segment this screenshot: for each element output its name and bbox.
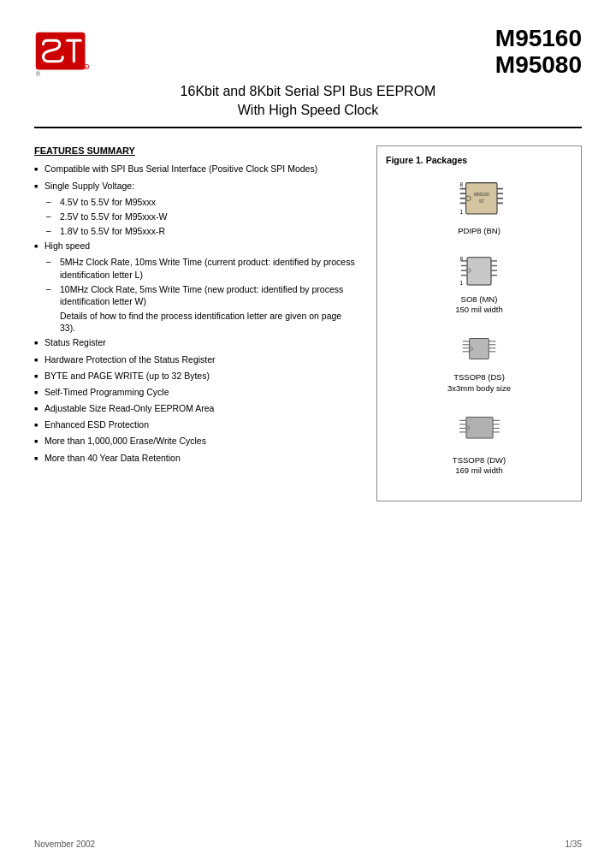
dash-icon: – [46, 256, 60, 268]
bullet-icon: ■ [34, 454, 44, 462]
sub-text: 10MHz Clock Rate, 5ms Write Time (new pr… [60, 283, 359, 307]
sub-text: 1.8V to 5.5V for M95xxx-R [60, 225, 359, 237]
feature-text: Adjustable Size Read-Only EEPROM Area [44, 402, 359, 414]
dash-icon: – [46, 196, 60, 208]
sub-item: – 5MHz Clock Rate, 10ms Write Time (curr… [46, 256, 359, 280]
pdip8-chip-icon: 8 1 [449, 175, 509, 222]
tssop8-dw-label-line2: 169 mil width [455, 466, 502, 475]
dash-icon: – [46, 225, 60, 237]
feature-item: ■ Adjustable Size Read-Only EEPROM Area [34, 402, 359, 414]
package-label: TSSOP8 (DW) 169 mil width [453, 455, 506, 477]
tssop8-ds-label-line1: TSSOP8 (DS) [453, 372, 505, 382]
feature-text: Compatible with SPI Bus Serial Interface… [44, 163, 359, 175]
svg-text:1: 1 [460, 280, 464, 286]
feature-text: Single Supply Voltage: [44, 180, 359, 192]
feature-text: Hardware Protection of the Status Regist… [44, 353, 359, 365]
header-divider [34, 127, 582, 128]
svg-rect-30 [465, 417, 492, 438]
bullet-icon: ■ [34, 339, 44, 347]
feature-item: ■ More than 40 Year Data Retention [34, 452, 359, 464]
main-content: FEATURES SUMMARY ■ Compatible with SPI B… [34, 145, 582, 501]
bullet-icon: ■ [34, 437, 44, 445]
figure-section: Figure 1. Packages 8 1 [376, 145, 582, 501]
feature-text: More than 1,000,000 Erase/Write Cycles [44, 435, 359, 447]
feature-item: ■ Single Supply Voltage: [34, 180, 359, 192]
note-item: Details of how to find the process ident… [60, 310, 359, 334]
tssop8-ds-chip-icon [453, 330, 505, 369]
footer: November 2002 1/35 [34, 839, 582, 849]
feature-item: ■ BYTE and PAGE WRITE (up to 32 Bytes) [34, 370, 359, 382]
tssop8-ds-label-line2: 3x3mm body size [447, 383, 511, 393]
feature-item: ■ Compatible with SPI Bus Serial Interfa… [34, 163, 359, 175]
bullet-icon: ■ [34, 405, 44, 412]
feature-item: ■ Enhanced ESD Protection [34, 418, 359, 430]
package-so8: 8 1 [386, 252, 572, 316]
package-label: TSSOP8 (DS) 3x3mm body size [447, 372, 511, 394]
svg-rect-0 [36, 33, 86, 70]
feature-text: Self-Timed Programming Cycle [44, 386, 359, 398]
svg-text:M95160: M95160 [474, 193, 489, 197]
bullet-icon: ■ [34, 165, 44, 173]
sub-text: 2.5V to 5.5V for M95xxx-W [60, 211, 359, 222]
tssop8-dw-label-line1: TSSOP8 (DW) [453, 455, 506, 465]
title-block: M95160 M95080 [495, 26, 582, 79]
feature-text: More than 40 Year Data Retention [44, 452, 359, 464]
feature-text: Status Register [44, 336, 359, 348]
sub-text: 4.5V to 5.5V for M95xxx [60, 196, 359, 208]
page: R ® M95160 M95080 16Kbit and 8Kbit Seria… [0, 0, 616, 866]
feature-item: ■ Hardware Protection of the Status Regi… [34, 353, 359, 365]
feature-text: Enhanced ESD Protection [44, 418, 359, 430]
so8-chip-icon: 8 1 [449, 252, 509, 291]
dash-icon: – [46, 283, 60, 295]
subtitle: 16Kbit and 8Kbit Serial SPI Bus EEPROM W… [34, 82, 582, 121]
figure-title: Figure 1. Packages [386, 155, 572, 165]
logo: R ® [34, 30, 103, 77]
feature-item: ■ Status Register [34, 336, 359, 348]
bullet-icon: ■ [34, 356, 44, 364]
feature-text: High speed [44, 240, 359, 252]
feature-item: ■ High speed [34, 240, 359, 252]
header: R ® M95160 M95080 [34, 26, 582, 79]
footer-page: 1/35 [566, 839, 582, 849]
package-label: SO8 (MN) 150 mil width [455, 294, 502, 316]
sub-item: – 4.5V to 5.5V for M95xxx [46, 196, 359, 208]
svg-text:ST: ST [479, 200, 484, 205]
sub-item: – 1.8V to 5.5V for M95xxx-R [46, 225, 359, 237]
bullet-icon: ■ [34, 421, 44, 429]
footer-date: November 2002 [34, 839, 95, 849]
bullet-icon: ■ [34, 372, 44, 380]
figure-box: Figure 1. Packages 8 1 [376, 145, 582, 501]
bullet-icon: ■ [34, 242, 44, 250]
features-title: FEATURES SUMMARY [34, 145, 359, 156]
product-title-2: M95080 [495, 52, 582, 79]
svg-text:1: 1 [460, 209, 464, 215]
dash-icon: – [46, 211, 60, 222]
subtitle-line1: 16Kbit and 8Kbit Serial SPI Bus EEPROM [181, 84, 436, 98]
sub-text: 5MHz Clock Rate, 10ms Write Time (curren… [60, 256, 359, 280]
tssop8-dw-chip-icon [452, 409, 507, 452]
so8-label-line2: 150 mil width [455, 305, 502, 314]
pdip8-label: PDIP8 (BN) [458, 226, 500, 235]
package-tssop8-dw: TSSOP8 (DW) 169 mil width [386, 409, 572, 477]
features-section: FEATURES SUMMARY ■ Compatible with SPI B… [34, 145, 359, 501]
feature-text: BYTE and PAGE WRITE (up to 32 Bytes) [44, 370, 359, 382]
bullet-icon: ■ [34, 182, 44, 190]
package-pdip8: 8 1 [386, 175, 572, 236]
bullet-icon: ■ [34, 389, 44, 396]
package-tssop8-ds: TSSOP8 (DS) 3x3mm body size [386, 330, 572, 394]
svg-text:8: 8 [460, 181, 464, 187]
product-title-1: M95160 [495, 26, 582, 52]
so8-label-line1: SO8 (MN) [461, 294, 498, 304]
feature-item: ■ Self-Timed Programming Cycle [34, 386, 359, 398]
subtitle-line2: With High Speed Clock [238, 103, 379, 117]
st-logo-icon: R [34, 30, 94, 73]
package-label: PDIP8 (BN) [458, 226, 500, 236]
sub-item: – 10MHz Clock Rate, 5ms Write Time (new … [46, 283, 359, 307]
sub-item: – 2.5V to 5.5V for M95xxx-W [46, 211, 359, 222]
feature-item: ■ More than 1,000,000 Erase/Write Cycles [34, 435, 359, 447]
